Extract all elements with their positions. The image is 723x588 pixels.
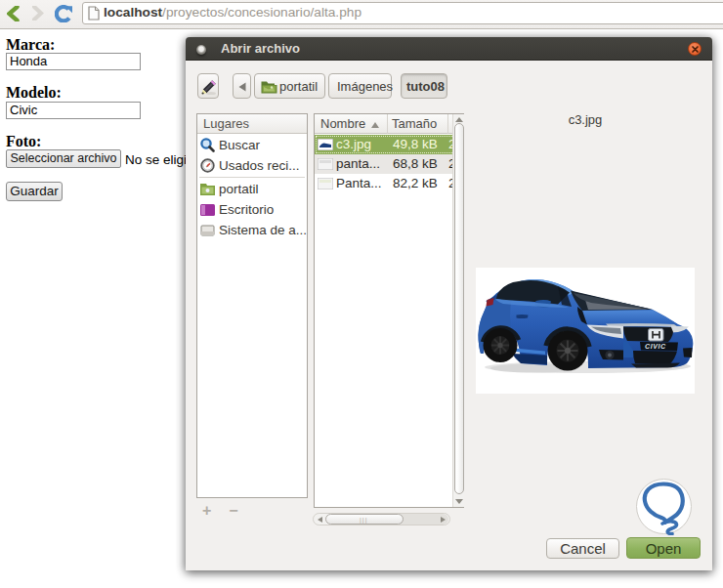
svg-text:CIVIC: CIVIC (645, 343, 666, 350)
